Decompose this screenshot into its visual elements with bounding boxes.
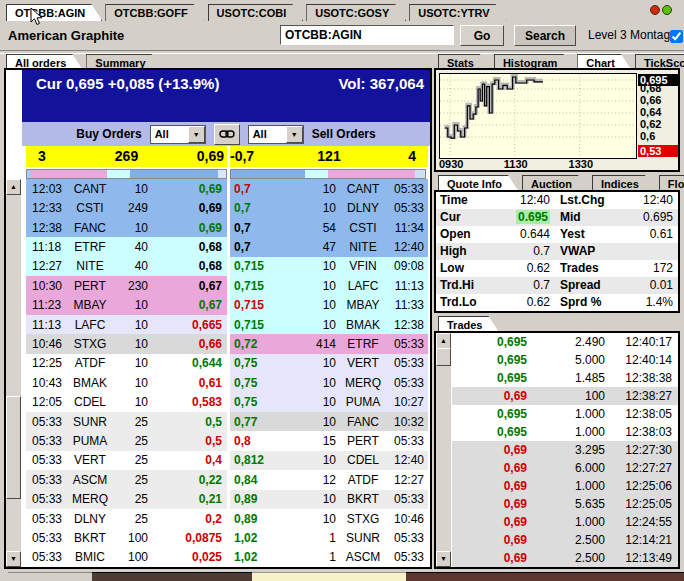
ask-row[interactable]: 0,747NITE12:40 [230, 237, 428, 256]
chart-y-tick: 0,64 [638, 106, 678, 118]
ask-row[interactable]: 0,71510BMAK12:38 [230, 315, 428, 334]
ask-mm: BKRT [342, 492, 384, 506]
trades-scrollbar[interactable]: ▲ ▼ [436, 333, 451, 567]
search-button[interactable]: Search [514, 25, 576, 46]
ask-row[interactable]: 0,71510VFIN09:08 [230, 257, 428, 276]
level3-checkbox[interactable] [670, 30, 683, 43]
ask-price: 0,75 [230, 376, 284, 390]
chevron-down-icon[interactable]: ▼ [286, 126, 303, 143]
scroll-down-icon[interactable]: ▼ [6, 551, 21, 567]
bid-mm: CSTI [68, 201, 112, 215]
ask-row[interactable]: 0,71510LAFC11:13 [230, 276, 428, 295]
bid-row[interactable]: 10:43BMAK100,61 [26, 373, 227, 392]
trade-price: 0,695 [452, 335, 527, 349]
bid-time: 11:23 [26, 298, 68, 312]
bid-mm: MBAY [68, 298, 112, 312]
bid-mm: ATDF [68, 356, 112, 370]
sell-filter-value: All [249, 128, 286, 140]
ask-row[interactable]: 0,7710FANC10:32 [230, 412, 428, 431]
volume-text: Vol: 367,064 [338, 75, 424, 92]
ask-row[interactable]: 0,7510MERQ05:33 [230, 373, 428, 392]
bid-row[interactable]: 05:33BKRT1000,0875 [26, 528, 227, 547]
ask-row[interactable]: 0,81210CDEL12:40 [230, 451, 428, 470]
ask-time: 12:40 [384, 453, 428, 467]
bid-time: 12:33 [26, 201, 68, 215]
bid-row[interactable]: 05:33PUMA250,5 [26, 431, 227, 450]
book-scrollbar[interactable]: ▲ ▼ [6, 179, 21, 567]
quote-label: Lst.Chg [550, 192, 622, 209]
order-filter-bar: Buy Orders All ▼ All ▼ Sell Orders [22, 122, 430, 146]
chart-x-axis: 093011301330 [439, 158, 635, 170]
ask-row[interactable]: 0,710DLNY05:33 [230, 198, 428, 217]
header: American Graphite Go Search Level 3 Mont… [0, 22, 684, 49]
scroll-up-icon[interactable]: ▲ [6, 179, 21, 195]
bid-row[interactable]: 10:30PERT2300,67 [26, 276, 227, 295]
go-button[interactable]: Go [460, 25, 504, 46]
bid-row[interactable]: 05:33BMIC1000,025 [26, 548, 227, 567]
bid-mm: FANC [68, 221, 112, 235]
buy-filter-select[interactable]: All ▼ [150, 125, 206, 144]
ask-row[interactable]: 0,8412ATDF12:27 [230, 470, 428, 489]
trade-time: 12:27:30 [605, 443, 678, 457]
sell-filter-select[interactable]: All ▼ [248, 125, 304, 144]
ask-row[interactable]: 1,021ASCM05:33 [230, 548, 428, 567]
quote-row: Time12:40Lst.Chg12:40 [436, 192, 678, 209]
ask-price: 0,8 [230, 434, 284, 448]
trade-size: 2.490 [527, 335, 605, 349]
buy-filter-value: All [151, 128, 188, 140]
bid-row[interactable]: 12:05CDEL100,583 [26, 392, 227, 411]
tab-usotc-ytrv[interactable]: USOTC:YTRV [409, 4, 506, 21]
ask-row[interactable]: 0,71510MBAY11:33 [230, 295, 428, 314]
ask-row[interactable]: 0,710CANT05:33 [230, 179, 428, 198]
ask-price: 0,715 [230, 259, 284, 273]
bid-column: 12:03CANT100,6912:33CSTI2490,6912:38FANC… [26, 179, 227, 567]
trade-row: 0,692.50012:14:21 [452, 531, 678, 549]
quote-row: Cur0.695Mid0.695 [436, 209, 678, 226]
ask-row[interactable]: 0,8910BKRT05:33 [230, 490, 428, 509]
ask-row[interactable]: 0,8910STXG10:46 [230, 509, 428, 528]
ask-row[interactable]: 1,021SUNR05:33 [230, 528, 428, 547]
ask-row[interactable]: 0,7510VERT05:33 [230, 354, 428, 373]
bid-row[interactable]: 11:18ETRF400,68 [26, 237, 227, 256]
bid-row[interactable]: 10:46STXG100,66 [26, 334, 227, 353]
ask-price: 0,7 [230, 182, 284, 196]
ask-size: 10 [284, 415, 342, 429]
scroll-up-icon[interactable]: ▲ [436, 333, 451, 349]
tab-usotc-cobi[interactable]: USOTC:COBI [208, 4, 304, 21]
bid-row[interactable]: 12:27NITE400,68 [26, 257, 227, 276]
bid-price: 0,66 [170, 337, 227, 351]
bid-row[interactable]: 05:33VERT250,4 [26, 451, 227, 470]
ask-row[interactable]: 0,754CSTI11:34 [230, 218, 428, 237]
bid-time: 05:33 [26, 512, 68, 526]
bid-row[interactable]: 05:33ASCM250,22 [26, 470, 227, 489]
bid-size: 10 [112, 376, 170, 390]
ask-row[interactable]: 0,7510PUMA10:27 [230, 392, 428, 411]
bid-mm: MERQ [68, 492, 112, 506]
scroll-down-icon[interactable]: ▼ [436, 551, 451, 567]
bid-row[interactable]: 12:33CSTI2490,69 [26, 198, 227, 217]
bid-row[interactable]: 11:23MBAY100,67 [26, 295, 227, 314]
tab-otcbb-agin[interactable]: OTCBB:AGIN [6, 4, 102, 21]
ask-size: 10 [284, 279, 342, 293]
scrollbar-thumb[interactable] [6, 396, 21, 499]
bid-size: 25 [112, 453, 170, 467]
ask-time: 05:33 [384, 182, 428, 196]
trade-time: 12:38:27 [605, 389, 678, 403]
bid-row[interactable]: 05:33DLNY250,2 [26, 509, 227, 528]
tab-usotc-gosy[interactable]: USOTC:GOSY [306, 4, 406, 21]
ask-row[interactable]: 0,72414ETRF05:33 [230, 334, 428, 353]
chevron-down-icon[interactable]: ▼ [188, 126, 205, 143]
scrollbar-thumb[interactable] [436, 348, 451, 366]
ask-row[interactable]: 0,815PERT05:33 [230, 431, 428, 450]
bid-row[interactable]: 12:03CANT100,69 [26, 179, 227, 198]
symbol-input[interactable] [280, 25, 454, 45]
bid-row[interactable]: 11:13LAFC100,665 [26, 315, 227, 334]
quote-label: VWAP [550, 243, 622, 260]
bid-row[interactable]: 12:38FANC100,69 [26, 218, 227, 237]
bid-row[interactable]: 05:33SUNR250,5 [26, 412, 227, 431]
link-filters-button[interactable] [214, 124, 240, 145]
bid-depth-bar [26, 169, 227, 179]
bid-row[interactable]: 05:33MERQ250,21 [26, 490, 227, 509]
bid-row[interactable]: 12:25ATDF100,644 [26, 354, 227, 373]
tab-otcbb-goff[interactable]: OTCBB:GOFF [105, 4, 204, 21]
